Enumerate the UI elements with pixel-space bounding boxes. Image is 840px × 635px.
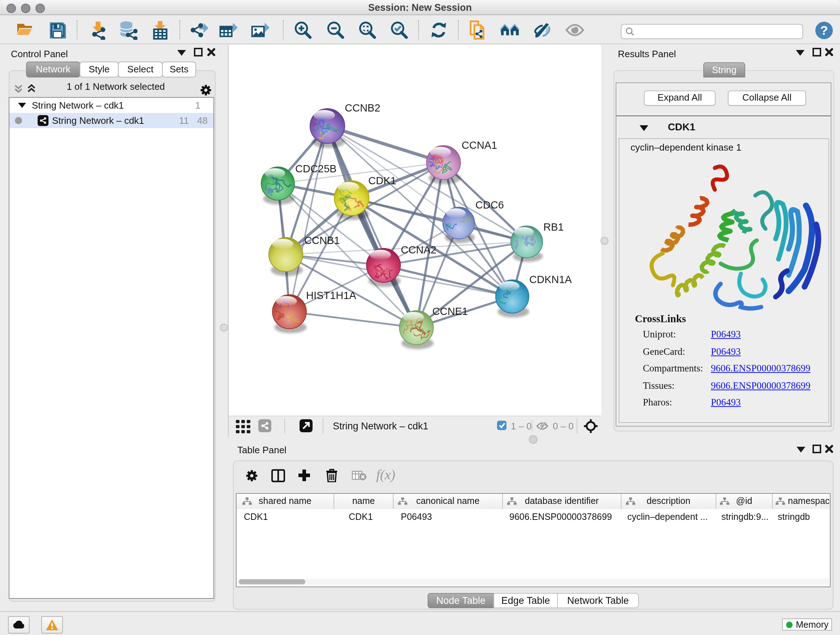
- svg-text:?: ?: [820, 23, 828, 37]
- svg-text:CDC6: CDC6: [475, 199, 504, 211]
- svg-text:CCNA1: CCNA1: [462, 139, 497, 151]
- svg-text:CDK1: CDK1: [368, 175, 396, 187]
- svg-text:CCNB2: CCNB2: [345, 102, 380, 114]
- svg-text:CDC25B: CDC25B: [295, 163, 336, 174]
- svg-text:CCNE1: CCNE1: [432, 306, 468, 317]
- svg-text:RB1: RB1: [543, 221, 564, 233]
- svg-text:CCNB1: CCNB1: [304, 234, 340, 246]
- svg-text:CDKN1A: CDKN1A: [529, 274, 572, 285]
- svg-text:CCNA2: CCNA2: [401, 244, 436, 256]
- svg-text:HIST1H1A: HIST1H1A: [306, 290, 356, 301]
